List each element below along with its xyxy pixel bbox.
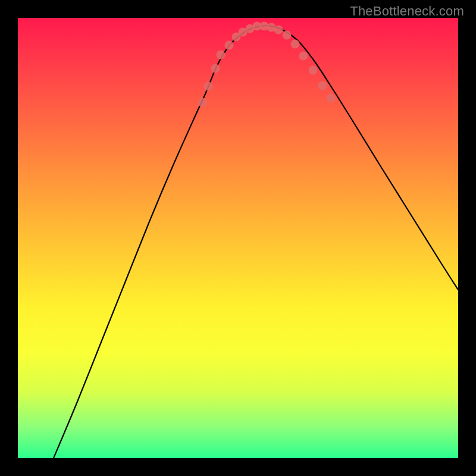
watermark-text: TheBottleneck.com	[350, 4, 464, 19]
plot-frame	[18, 18, 458, 458]
gradient-background	[18, 18, 458, 458]
